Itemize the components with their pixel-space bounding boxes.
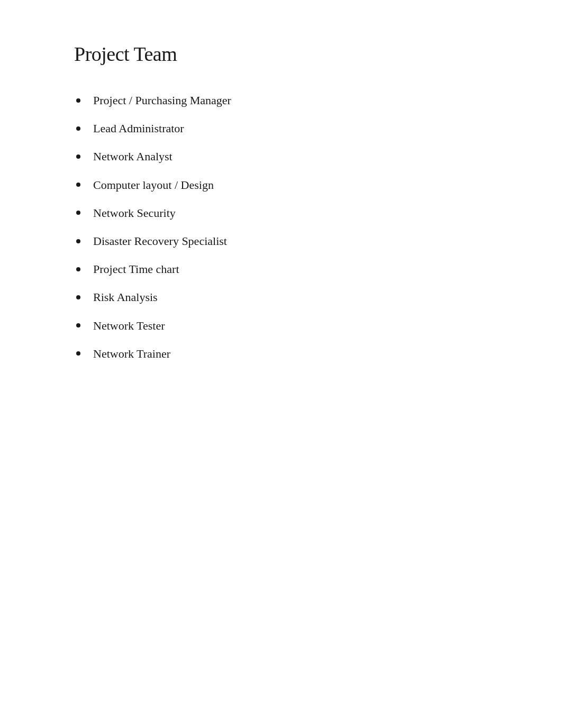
- list-item: Computer layout / Design: [74, 176, 488, 194]
- list-item-label: Lead Administrator: [93, 119, 184, 138]
- list-item: Project / Purchasing Manager: [74, 91, 488, 110]
- list-item: Lead Administrator: [74, 119, 488, 138]
- bullet-icon: [76, 126, 80, 131]
- list-item: Network Security: [74, 204, 488, 222]
- list-item-label: Computer layout / Design: [93, 176, 214, 194]
- bullet-icon: [76, 183, 80, 187]
- list-item-label: Project Time chart: [93, 260, 179, 278]
- page-container: Project Team Project / Purchasing Manage…: [0, 0, 562, 415]
- bullet-icon: [76, 211, 80, 215]
- list-item-label: Network Trainer: [93, 344, 170, 363]
- list-item: Risk Analysis: [74, 288, 488, 306]
- team-list: Project / Purchasing ManagerLead Adminis…: [74, 91, 488, 363]
- list-item: Network Analyst: [74, 147, 488, 166]
- list-item-label: Disaster Recovery Specialist: [93, 232, 227, 250]
- list-item: Disaster Recovery Specialist: [74, 232, 488, 250]
- list-item-label: Network Security: [93, 204, 176, 222]
- list-item-label: Network Analyst: [93, 147, 173, 166]
- bullet-icon: [76, 267, 80, 271]
- list-item: Project Time chart: [74, 260, 488, 278]
- list-item-label: Project / Purchasing Manager: [93, 91, 231, 110]
- bullet-icon: [76, 98, 80, 103]
- bullet-icon: [76, 323, 80, 327]
- bullet-icon: [76, 239, 80, 243]
- bullet-icon: [76, 154, 80, 159]
- list-item: Network Tester: [74, 316, 488, 335]
- list-item-label: Network Tester: [93, 316, 165, 335]
- bullet-icon: [76, 295, 80, 299]
- bullet-icon: [76, 351, 80, 356]
- list-item-label: Risk Analysis: [93, 288, 158, 306]
- list-item: Network Trainer: [74, 344, 488, 363]
- page-title: Project Team: [74, 42, 488, 66]
